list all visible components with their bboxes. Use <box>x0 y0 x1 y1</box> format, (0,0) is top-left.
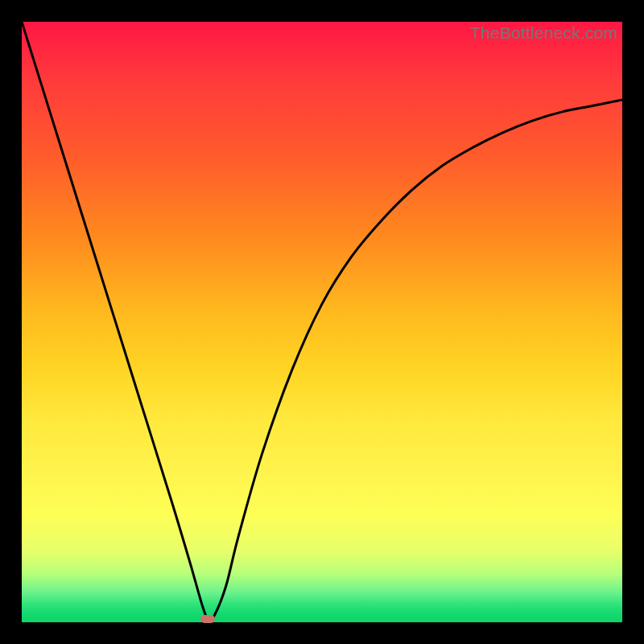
bottleneck-curve <box>22 22 622 622</box>
chart-frame: TheBottleneck.com <box>0 0 644 644</box>
optimal-point-marker <box>200 615 215 623</box>
chart-plot-area: TheBottleneck.com <box>22 22 622 622</box>
